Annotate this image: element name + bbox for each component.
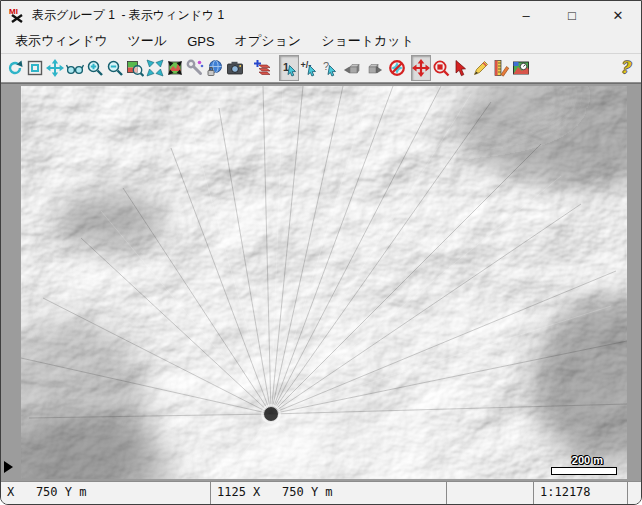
plus-minus-cursor-icon: +/-: [300, 59, 318, 77]
map-corners-icon: [166, 59, 184, 77]
zoom-to-fit-button[interactable]: [145, 55, 165, 81]
options-tools-button[interactable]: [185, 55, 205, 81]
cube-left-arrow-icon: [344, 59, 362, 77]
redraw-button[interactable]: [5, 55, 25, 81]
red-cross-arrows-icon: [412, 59, 430, 77]
status-bar: X 750 Y m 1125 X 750 Y m 1:12178: [1, 481, 641, 504]
maximize-button[interactable]: □: [549, 1, 595, 29]
magnifier-map-icon: [126, 59, 144, 77]
zoom-to-extents-button[interactable]: [165, 55, 185, 81]
measure-tool-button[interactable]: [491, 55, 511, 81]
sketch-tool-button[interactable]: [471, 55, 491, 81]
map-area: 200 m: [1, 83, 641, 481]
camera-icon: [226, 59, 244, 77]
question-cursor-icon: ?: [320, 59, 338, 77]
menu-tools[interactable]: ツール: [118, 30, 178, 52]
prohibited-icon: [388, 59, 406, 77]
zoom-out-button[interactable]: [105, 55, 125, 81]
scale-bar-label: 200 m: [572, 454, 603, 466]
toolbar: 1 +/- ?: [1, 54, 641, 83]
show-sidebar-button[interactable]: [4, 461, 13, 473]
status-empty-field: [447, 482, 534, 504]
previous-layout-button[interactable]: [343, 55, 363, 81]
four-arrows-icon: [46, 59, 64, 77]
position-view-button[interactable]: [45, 55, 65, 81]
menu-options[interactable]: オプション: [225, 30, 312, 52]
tntmips-logo-icon[interactable]: MI: [8, 6, 26, 24]
menu-display-window[interactable]: 表示ウィンドウ: [5, 30, 118, 52]
minimize-icon: –: [522, 8, 529, 23]
help-button[interactable]: ?: [615, 55, 635, 81]
menu-shortcuts[interactable]: ショートカット: [311, 30, 424, 52]
minimize-button[interactable]: –: [503, 1, 549, 29]
close-button[interactable]: ✕: [595, 1, 641, 29]
zoom-in-button[interactable]: [85, 55, 105, 81]
add-layers-icon: [254, 59, 272, 77]
ruler-pencil-icon: [492, 59, 510, 77]
cancel-button[interactable]: [387, 55, 407, 81]
menu-bar: 表示ウィンドウ ツール GPS オプション ショートカット: [1, 29, 641, 54]
add-layer-button[interactable]: [253, 55, 273, 81]
window-controls: – □ ✕: [503, 1, 641, 29]
globe-lock-icon: [206, 59, 224, 77]
scale-bar: 200 m: [551, 454, 617, 475]
title-bar: MI 表示グループ 1 - 表示ウィンドウ 1 – □ ✕: [1, 1, 641, 29]
status-map-scale-field[interactable]: 1:12178: [534, 482, 627, 504]
pencil-icon: [472, 59, 490, 77]
circular-arrow-icon: [6, 59, 24, 77]
geotoolbox-button[interactable]: [511, 55, 531, 81]
magnifier-plus-icon: [86, 59, 104, 77]
view-window: MI 表示グループ 1 - 表示ウィンドウ 1 – □ ✕ 表示ウィンドウ ツー…: [0, 0, 642, 505]
svg-text:?: ?: [323, 60, 329, 72]
pan-tool-button[interactable]: [411, 55, 431, 81]
arrows-inward-icon: [146, 59, 164, 77]
view-single-button[interactable]: 1: [279, 55, 299, 81]
zoom-toggle-tool-button[interactable]: +/-: [299, 55, 319, 81]
next-layout-button[interactable]: [363, 55, 383, 81]
scale-bar-rule: [551, 467, 617, 475]
menu-gps[interactable]: GPS: [177, 32, 224, 51]
window-title: 表示グループ 1 - 表示ウィンドウ 1: [32, 7, 224, 24]
snapshot-button[interactable]: [225, 55, 245, 81]
select-tool-button[interactable]: [451, 55, 471, 81]
resize-grip[interactable]: [627, 482, 641, 504]
red-magnifier-box-icon: [432, 59, 450, 77]
magnifier-minus-icon: [106, 59, 124, 77]
status-position-field: X 750 Y m: [1, 482, 211, 504]
wrench-icon: [186, 59, 204, 77]
red-arrow-cursor-icon: [452, 59, 470, 77]
cube-right-arrow-icon: [364, 59, 382, 77]
close-icon: ✕: [613, 8, 624, 23]
web-locate-button[interactable]: [205, 55, 225, 81]
status-cursor-coordinates-field: 1125 X 750 Y m: [211, 482, 447, 504]
hillshade-image: [21, 86, 627, 479]
terrain-raster[interactable]: 200 m: [21, 86, 627, 479]
zoom-box-tool-button[interactable]: [431, 55, 451, 81]
previous-view-button[interactable]: [65, 55, 85, 81]
map-gauge-icon: [512, 59, 530, 77]
zoom-to-map-button[interactable]: [125, 55, 145, 81]
glasses-icon: [66, 59, 84, 77]
square-frame-icon: [26, 59, 44, 77]
help-icon: ?: [620, 60, 629, 76]
one-cursor-icon: 1: [280, 59, 298, 77]
help-cursor-button[interactable]: ?: [319, 55, 339, 81]
maximize-icon: □: [568, 8, 576, 23]
full-view-button[interactable]: [25, 55, 45, 81]
